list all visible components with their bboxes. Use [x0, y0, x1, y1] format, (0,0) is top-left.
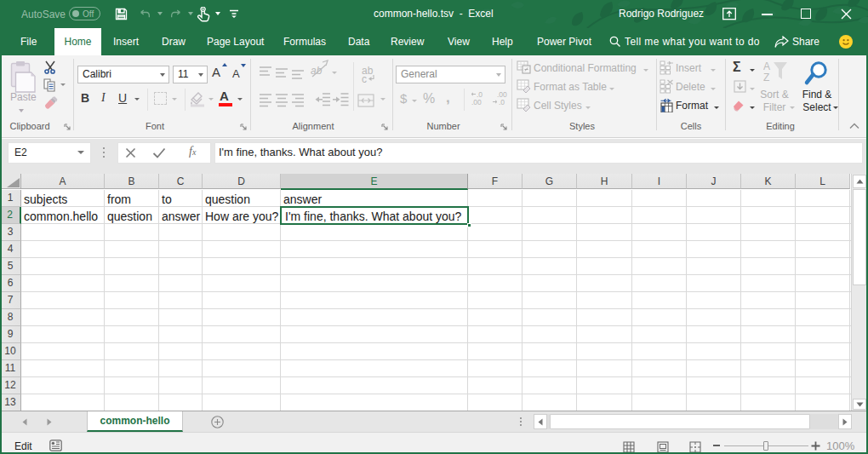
svg-text:c: c: [362, 73, 367, 85]
svg-text:.00: .00: [471, 98, 482, 106]
svg-text:Z: Z: [763, 72, 769, 83]
svg-text:ab: ab: [311, 65, 323, 77]
svg-text:A: A: [763, 60, 770, 72]
svg-text:.0: .0: [499, 98, 505, 106]
